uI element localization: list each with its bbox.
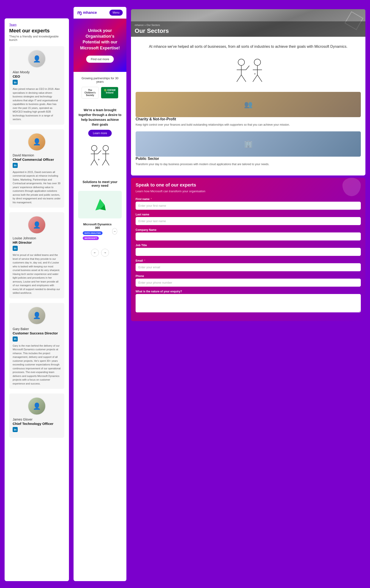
- expert-card-5: 👤 James Glover Chief Technology Officer …: [9, 393, 64, 438]
- avatar-david: 👤: [28, 133, 46, 151]
- sector-illustration: +: [136, 56, 361, 87]
- sector-public-name: Public Sector: [136, 157, 361, 161]
- sectors-intro-text: At mhance we've helped all sorts of busi…: [136, 41, 361, 52]
- team-illustration: +: [78, 142, 122, 173]
- svg-point-18: [254, 59, 261, 65]
- learn-more-button[interactable]: Learn more: [88, 130, 111, 137]
- contact-form-heading: Speak to one of our experts: [136, 182, 361, 188]
- svg-line-16: [241, 75, 246, 82]
- sectors-hero-overlay: mhance » Our Sectors Our Sectors: [131, 21, 365, 37]
- carousel-nav: ← →: [74, 246, 126, 261]
- dynamics-logo: [83, 195, 117, 214]
- expert-title-2: Chief Commercial Officer: [13, 158, 61, 161]
- expert-bio-2: Appointed in 2015, David oversees all co…: [13, 170, 61, 204]
- svg-line-21: [253, 75, 257, 82]
- expert-card-4: 👤 Gary Baker Customer Success Director i…: [9, 303, 64, 389]
- charity-photo: 👥: [136, 92, 361, 117]
- job-title-input[interactable]: [136, 248, 361, 256]
- expert-name-5: James Glover: [13, 418, 61, 421]
- team-blurb-text: We're a team brought together through a …: [78, 108, 122, 127]
- sector-card-charity: 👥 Charity & Not-for-Profit Keep tight co…: [136, 92, 361, 127]
- company-label: Company Name: [136, 228, 361, 231]
- public-photo: 🏢: [136, 131, 361, 157]
- first-name-input[interactable]: [136, 202, 361, 210]
- sector-card-public: 🏢 Public Sector Transform your day to da…: [136, 131, 361, 166]
- svg-line-22: [257, 75, 262, 82]
- solutions-heading: Solutions to meet your every need: [78, 180, 122, 188]
- solution-row: Microsoft Dynamics 365 DATA ANALYSIS MIC…: [78, 221, 122, 242]
- hero-banner: Unlock your Organisation's Potential wit…: [74, 19, 126, 72]
- svg-line-15: [237, 75, 241, 82]
- illustration-svg: +: [84, 142, 116, 172]
- site-logo[interactable]: ɱ mhance: [77, 10, 97, 15]
- email-label: Email *: [136, 259, 361, 262]
- solution-tags: DATA ANALYSIS MICROSOFT: [83, 231, 112, 240]
- expert-title-5: Chief Technology Officer: [13, 422, 61, 426]
- expert-card-3: 👤 Louise Johnston HR Director in We're p…: [9, 212, 64, 298]
- linkedin-icon-3[interactable]: in: [13, 246, 18, 251]
- expert-bio-4: Gary is the man behind the delivery of o…: [13, 344, 61, 386]
- job-title-group: Job Title: [136, 244, 361, 256]
- avatar-louise: 👤: [28, 216, 46, 234]
- find-out-button[interactable]: Find out more: [86, 56, 114, 63]
- avatar-james: 👤: [28, 397, 46, 415]
- expert-name-2: David Mannion: [13, 153, 61, 157]
- svg-line-17: [246, 66, 249, 70]
- phone-input[interactable]: [136, 279, 361, 287]
- next-button[interactable]: →: [101, 249, 109, 257]
- partnerships-text: Growing partnerships for 30 years: [78, 76, 122, 83]
- solution-card-dynamics: [78, 191, 122, 219]
- sector-charity-desc: Keep tight control over your finances an…: [136, 123, 361, 127]
- company-group: Company Name: [136, 228, 361, 241]
- svg-text:+: +: [98, 158, 100, 161]
- svg-line-9: [106, 160, 109, 165]
- svg-point-5: [103, 145, 109, 151]
- sector-charity-name: Charity & Not-for-Profit: [136, 117, 361, 121]
- tag-microsoft: MICROSOFT: [83, 236, 99, 240]
- linkedin-icon-1[interactable]: in: [13, 80, 18, 85]
- enquiry-textarea[interactable]: [136, 294, 361, 312]
- job-title-label: Job Title: [136, 244, 361, 247]
- logo-text: mhance: [83, 10, 97, 15]
- linkedin-icon-5[interactable]: in: [13, 427, 18, 432]
- last-name-input[interactable]: [136, 217, 361, 225]
- linkedin-icon-4[interactable]: in: [13, 336, 18, 342]
- last-name-group: Last name: [136, 213, 361, 225]
- page-heading: Meet our experts: [9, 28, 64, 34]
- expert-title-4: Customer Success Director: [13, 331, 61, 335]
- logo-icon: ɱ: [77, 10, 82, 15]
- sectors-hero: mhance » Our Sectors Our Sectors: [131, 9, 365, 37]
- tag-data-analysis: DATA ANALYSIS: [83, 231, 102, 235]
- team-link[interactable]: Team: [9, 23, 64, 26]
- svg-text:+: +: [254, 72, 256, 75]
- page-subtitle: They're a friendly and knowledgeable bun…: [9, 35, 64, 42]
- expert-bio-1: Alan joined mhance as CEO in 2018. Alan …: [13, 87, 61, 121]
- last-name-label: Last name: [136, 213, 361, 216]
- company-input[interactable]: [136, 232, 361, 241]
- enquiry-label: What is the nature of your enquiry?: [136, 290, 361, 293]
- expert-card-2: 👤 David Mannion Chief Commercial Officer…: [9, 129, 64, 208]
- sectors-content: At mhance we've helped all sorts of busi…: [131, 37, 365, 176]
- partner-logos: TheChildren'sSociety 🟢 OXFAMIreland: [78, 87, 122, 99]
- expert-name-1: Alan Moody: [13, 70, 61, 74]
- svg-line-3: [91, 160, 94, 165]
- right-panel: mhance » Our Sectors Our Sectors At mhan…: [131, 9, 365, 581]
- expert-title-3: HR Director: [13, 241, 61, 244]
- svg-point-0: [91, 145, 97, 151]
- first-name-group: First name *: [136, 198, 361, 210]
- prev-button[interactable]: ←: [91, 249, 99, 257]
- svg-line-8: [102, 160, 106, 165]
- sector-public-desc: Transform your day to day business proce…: [136, 162, 361, 166]
- menu-button[interactable]: Menu: [109, 10, 123, 16]
- team-blurb-section: We're a team brought together through a …: [74, 108, 126, 180]
- partner-oxfam: 🟢 OXFAMIreland: [101, 87, 118, 99]
- partner-children-society: TheChildren'sSociety: [82, 87, 99, 99]
- expert-name-3: Louise Johnston: [13, 236, 61, 240]
- solution-arrow-button[interactable]: →: [112, 228, 117, 234]
- email-input[interactable]: [136, 263, 361, 271]
- email-group: Email *: [136, 259, 361, 271]
- linkedin-icon-2[interactable]: in: [13, 163, 18, 168]
- phone-label: Phone: [136, 274, 361, 278]
- solution-title: Microsoft Dynamics 365: [83, 222, 112, 230]
- breadcrumb: mhance » Our Sectors: [135, 24, 362, 26]
